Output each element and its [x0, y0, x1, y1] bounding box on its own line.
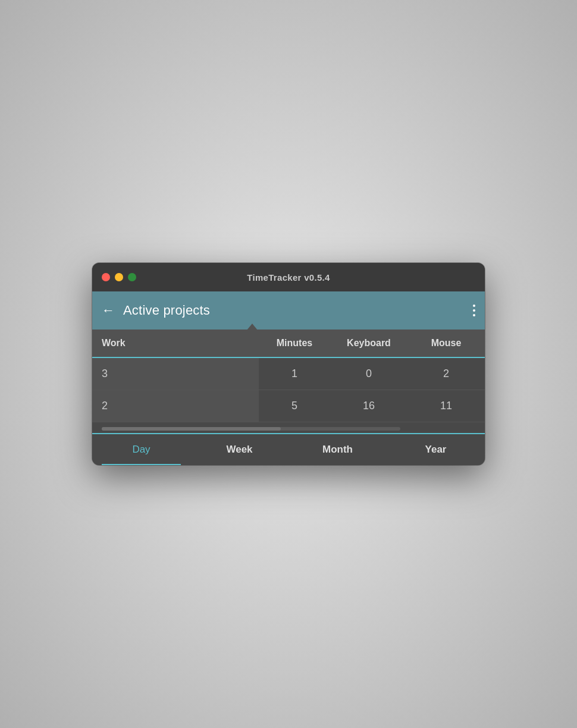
cell-keyboard-1: 16 — [330, 390, 407, 422]
more-dot-2 — [473, 309, 475, 312]
tab-year[interactable]: Year — [387, 434, 485, 465]
header-bar: ← Active projects — [92, 291, 485, 330]
tab-day[interactable]: Day — [92, 434, 190, 465]
cell-work-1: 2 — [92, 390, 259, 422]
tab-week[interactable]: Week — [190, 434, 288, 465]
more-menu-button[interactable] — [473, 305, 475, 316]
title-bar: TimeTracker v0.5.4 — [92, 263, 485, 291]
header-left: ← Active projects — [102, 303, 210, 318]
traffic-lights — [102, 273, 136, 281]
table-row[interactable]: 3 1 0 2 — [92, 358, 485, 390]
table-row[interactable]: 2 5 16 11 — [92, 390, 485, 422]
cell-work-0: 3 — [92, 358, 259, 390]
close-button[interactable] — [102, 273, 110, 281]
scrollbar-thumb[interactable] — [102, 427, 281, 431]
cell-mouse-1: 11 — [407, 390, 485, 422]
col-header-keyboard[interactable]: Keyboard — [330, 330, 407, 357]
minimize-button[interactable] — [115, 273, 123, 281]
cell-mouse-0: 2 — [407, 358, 485, 390]
app-window: TimeTracker v0.5.4 ← Active projects Wor… — [92, 263, 485, 465]
table-body: 3 1 0 2 2 5 16 11 — [92, 358, 485, 422]
more-dot-1 — [473, 305, 475, 307]
tab-month[interactable]: Month — [288, 434, 387, 465]
scrollbar-area — [92, 422, 485, 433]
page-title: Active projects — [123, 303, 210, 318]
window-title: TimeTracker v0.5.4 — [247, 272, 330, 283]
more-dot-3 — [473, 314, 475, 316]
col-header-mouse[interactable]: Mouse — [407, 330, 485, 357]
cell-minutes-1: 5 — [259, 390, 330, 422]
bottom-nav: Day Week Month Year — [92, 433, 485, 465]
back-button[interactable]: ← — [102, 303, 115, 318]
maximize-button[interactable] — [128, 273, 136, 281]
table-header: Work Minutes Keyboard Mouse — [92, 330, 485, 358]
col-header-minutes[interactable]: Minutes — [259, 330, 330, 357]
cell-minutes-0: 1 — [259, 358, 330, 390]
table-container: Work Minutes Keyboard Mouse 3 1 0 2 2 5 … — [92, 330, 485, 433]
cell-keyboard-0: 0 — [330, 358, 407, 390]
scrollbar-track — [102, 427, 400, 431]
col-header-work[interactable]: Work — [92, 330, 259, 357]
sort-indicator — [247, 324, 258, 330]
